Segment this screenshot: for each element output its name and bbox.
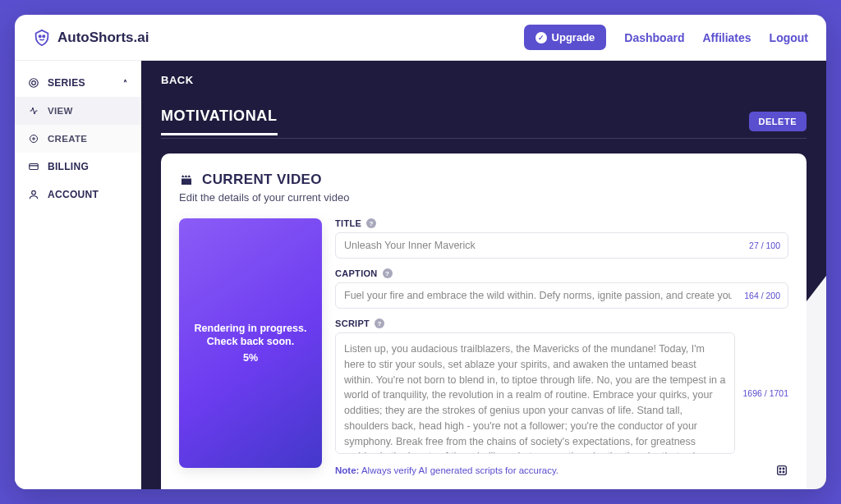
sidebar-view-label: VIEW xyxy=(48,106,73,116)
preview-status-line1: Rendering in progress. xyxy=(195,323,307,334)
affiliates-link[interactable]: Affiliates xyxy=(702,31,751,44)
divider xyxy=(161,138,807,139)
caption-label: CAPTION ? xyxy=(335,268,788,278)
caption-input-wrap: 164 / 200 xyxy=(335,282,788,309)
svg-rect-7 xyxy=(778,466,787,475)
topbar-nav: ✓ Upgrade Dashboard Affiliates Logout xyxy=(524,25,808,50)
note-body: Always verify AI generated scripts for a… xyxy=(359,465,558,475)
sidebar-item-billing[interactable]: BILLING xyxy=(15,153,140,181)
script-field: SCRIPT ? 1696 / 1701 xyxy=(335,318,788,454)
sidebar-billing-label: BILLING xyxy=(48,161,89,172)
upgrade-label: Upgrade xyxy=(552,31,595,44)
delete-button[interactable]: DELETE xyxy=(749,112,807,131)
dashboard-link[interactable]: Dashboard xyxy=(624,31,684,44)
script-label: SCRIPT ? xyxy=(335,318,788,328)
topbar: AutoShorts.ai ✓ Upgrade Dashboard Affili… xyxy=(15,15,826,61)
clapperboard-icon xyxy=(179,172,194,187)
card-title-row: CURRENT VIDEO xyxy=(179,172,788,188)
target-icon xyxy=(28,77,39,89)
body: SERIES ˄ VIEW CREATE BILLING xyxy=(15,61,826,489)
logout-link[interactable]: Logout xyxy=(770,31,808,44)
note-row: Note: Always verify AI generated scripts… xyxy=(335,464,788,477)
svg-point-1 xyxy=(43,35,44,37)
script-counter: 1696 / 1701 xyxy=(743,388,788,398)
caption-field: CAPTION ? 164 / 200 xyxy=(335,268,788,309)
back-button[interactable]: BACK xyxy=(161,74,194,86)
caption-counter: 164 / 200 xyxy=(744,291,780,300)
logo-shield-icon xyxy=(33,29,51,47)
script-textarea[interactable] xyxy=(335,332,735,454)
svg-point-0 xyxy=(39,35,41,37)
svg-point-3 xyxy=(32,81,36,85)
svg-point-2 xyxy=(30,79,39,88)
video-preview: Rendering in progress. Check back soon. … xyxy=(179,218,322,468)
sidebar-item-create[interactable]: CREATE xyxy=(15,125,140,153)
check-badge-icon: ✓ xyxy=(535,32,547,44)
series-title: MOTIVATIONAL xyxy=(161,108,278,135)
svg-point-10 xyxy=(779,471,781,473)
note-bold: Note: xyxy=(335,465,359,475)
current-video-card: CURRENT VIDEO Edit the details of your c… xyxy=(161,153,807,489)
dice-icon[interactable] xyxy=(775,464,788,477)
fields-column: TITLE ? 27 / 100 CAPTION xyxy=(335,218,788,489)
content-area: BACK MOTIVATIONAL DELETE CURRENT VIDEO E… xyxy=(141,61,826,489)
svg-point-11 xyxy=(783,471,784,473)
series-header: MOTIVATIONAL DELETE xyxy=(161,108,807,135)
content-inner: BACK MOTIVATIONAL DELETE CURRENT VIDEO E… xyxy=(141,61,826,489)
help-icon[interactable]: ? xyxy=(383,268,393,278)
title-input-wrap: 27 / 100 xyxy=(335,232,788,259)
card-subtitle: Edit the details of your current video xyxy=(179,191,788,204)
script-input-wrap: 1696 / 1701 xyxy=(335,332,788,454)
title-input[interactable] xyxy=(335,232,788,259)
sidebar-item-account[interactable]: ACCOUNT xyxy=(15,181,140,208)
title-label-text: TITLE xyxy=(335,218,361,228)
title-counter: 27 / 100 xyxy=(749,241,780,250)
chevron-up-icon: ˄ xyxy=(123,79,127,88)
caption-input[interactable] xyxy=(335,282,788,309)
help-icon[interactable]: ? xyxy=(366,218,376,228)
caption-label-text: CAPTION xyxy=(335,268,378,278)
preview-percent: 5% xyxy=(243,352,258,364)
sidebar-series-label: SERIES xyxy=(48,77,85,89)
title-label: TITLE ? xyxy=(335,218,788,228)
sidebar-item-view[interactable]: VIEW xyxy=(15,97,140,125)
title-field: TITLE ? 27 / 100 xyxy=(335,218,788,259)
card-icon xyxy=(28,161,39,172)
upgrade-button[interactable]: ✓ Upgrade xyxy=(524,25,607,50)
help-icon[interactable]: ? xyxy=(375,318,384,328)
svg-point-6 xyxy=(32,190,36,195)
sidebar-item-series[interactable]: SERIES ˄ xyxy=(15,69,140,97)
script-label-text: SCRIPT xyxy=(335,318,370,328)
sidebar-account-label: ACCOUNT xyxy=(48,189,99,200)
brand[interactable]: AutoShorts.ai xyxy=(33,29,149,47)
user-icon xyxy=(28,189,39,200)
next-video-scheduled: NEXT VIDEO SCHEDULED xyxy=(335,488,788,489)
sidebar: SERIES ˄ VIEW CREATE BILLING xyxy=(15,61,141,489)
calendar-icon xyxy=(335,488,346,489)
svg-point-9 xyxy=(783,468,784,470)
svg-point-8 xyxy=(779,468,781,470)
brand-name: AutoShorts.ai xyxy=(57,30,149,46)
preview-status-line2: Check back soon. xyxy=(207,336,294,347)
card-title: CURRENT VIDEO xyxy=(202,172,322,188)
plus-circle-icon xyxy=(28,133,39,144)
pulse-icon xyxy=(28,105,39,117)
svg-rect-5 xyxy=(30,164,39,170)
video-row: Rendering in progress. Check back soon. … xyxy=(179,218,788,489)
note-text: Note: Always verify AI generated scripts… xyxy=(335,465,558,475)
app-window: AutoShorts.ai ✓ Upgrade Dashboard Affili… xyxy=(15,15,826,489)
sidebar-create-label: CREATE xyxy=(48,134,87,144)
